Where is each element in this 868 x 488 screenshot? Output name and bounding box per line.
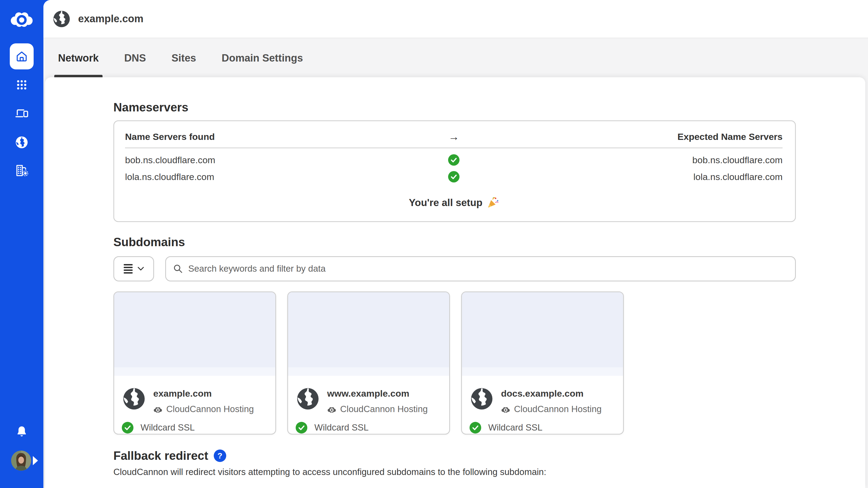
site-preview xyxy=(288,292,449,376)
sidebar-item-home[interactable] xyxy=(10,43,34,69)
globe-icon xyxy=(15,136,28,149)
table-row: lola.ns.cloudflare.com lola.ns.cloudflar… xyxy=(125,171,782,183)
arrow-right-icon: → xyxy=(444,131,463,142)
subdomain-card[interactable]: example.com CloudCannon Hosting xyxy=(113,291,276,434)
check-circle-icon xyxy=(296,422,307,433)
page-title: example.com xyxy=(78,13,144,25)
check-circle-icon xyxy=(448,171,460,183)
bell-icon xyxy=(16,425,28,438)
tab-network[interactable]: Network xyxy=(58,39,99,77)
nameservers-card: Name Servers found → Expected Name Serve… xyxy=(113,120,796,222)
fallback-redirect-header: Fallback redirect ? xyxy=(113,450,796,462)
fallback-redirect-description: CloudCannon will redirect visitors attem… xyxy=(113,466,796,478)
ssl-status: Wildcard SSL xyxy=(122,422,195,433)
globe-icon xyxy=(122,387,146,411)
hosting-label: CloudCannon Hosting xyxy=(153,404,254,414)
site-info: www.example.com CloudCannon Hosting xyxy=(288,376,449,434)
check-circle-icon xyxy=(448,154,460,166)
status-message: You're all setup xyxy=(125,197,782,209)
hosting-label: CloudCannon Hosting xyxy=(327,404,428,414)
cloudcannon-logo[interactable] xyxy=(9,10,34,29)
view-filter-button[interactable] xyxy=(113,256,154,282)
site-preview xyxy=(462,292,623,376)
search-icon xyxy=(173,264,183,273)
cloudcannon-mark-icon xyxy=(327,405,336,413)
site-info: example.com CloudCannon Hosting xyxy=(114,376,275,434)
subdomain-card[interactable]: docs.example.com CloudCannon Hosting xyxy=(461,291,624,434)
subdomains-heading: Subdomains xyxy=(113,236,796,248)
list-lines-icon xyxy=(124,264,133,273)
sidebar xyxy=(0,0,43,488)
search-bar xyxy=(165,256,796,282)
subdomain-name: docs.example.com xyxy=(501,388,584,399)
subdomain-cards: example.com CloudCannon Hosting xyxy=(113,291,796,434)
sidebar-item-apps[interactable] xyxy=(0,78,43,92)
nameservers-heading: Nameservers xyxy=(113,101,796,113)
sidebar-item-sites[interactable] xyxy=(0,106,43,120)
content-panel: Nameservers Name Servers found → Expecte… xyxy=(45,77,865,488)
apps-grid-icon xyxy=(16,79,28,91)
table-row: bob.ns.cloudflare.com bob.ns.cloudflare.… xyxy=(125,154,782,166)
tab-sites[interactable]: Sites xyxy=(172,39,196,77)
cloudcannon-mark-icon xyxy=(153,405,162,413)
found-nameserver: lola.ns.cloudflare.com xyxy=(125,171,444,183)
subdomain-name: www.example.com xyxy=(327,388,409,399)
sidebar-expand-arrow-icon[interactable] xyxy=(33,456,38,465)
subdomains-toolbar xyxy=(113,256,796,282)
cloudcannon-mark-icon xyxy=(501,405,510,413)
globe-icon xyxy=(296,387,319,411)
globe-icon xyxy=(470,387,493,411)
tab-dns[interactable]: DNS xyxy=(124,39,146,77)
sidebar-item-domains[interactable] xyxy=(0,135,43,150)
found-nameserver: bob.ns.cloudflare.com xyxy=(125,154,444,166)
app-window: example.com Network DNS Sites Domain Set… xyxy=(0,0,868,488)
check-circle-icon xyxy=(122,422,133,433)
nameservers-table-header: Name Servers found → Expected Name Serve… xyxy=(125,131,782,148)
domain-header: example.com xyxy=(43,0,868,38)
user-avatar[interactable] xyxy=(11,451,31,470)
tab-domain-settings[interactable]: Domain Settings xyxy=(222,39,303,77)
building-settings-icon xyxy=(15,164,29,177)
subdomain-name: example.com xyxy=(153,388,212,399)
expected-nameserver: bob.ns.cloudflare.com xyxy=(463,154,782,166)
site-info: docs.example.com CloudCannon Hosting xyxy=(462,376,623,434)
party-popper-icon xyxy=(487,197,499,209)
sidebar-item-organization[interactable] xyxy=(0,163,43,178)
chevron-down-icon xyxy=(137,266,144,271)
column-name-servers-found: Name Servers found xyxy=(125,132,444,141)
check-circle-icon xyxy=(469,422,481,433)
site-preview xyxy=(114,292,275,376)
expected-nameserver: lola.ns.cloudflare.com xyxy=(463,171,782,183)
subdomain-card[interactable]: www.example.com CloudCannon Hosting xyxy=(287,291,450,434)
user-photo xyxy=(11,451,31,470)
ssl-status: Wildcard SSL xyxy=(469,422,542,433)
tab-bar: Network DNS Sites Domain Settings xyxy=(43,39,868,77)
ssl-status: Wildcard SSL xyxy=(296,422,369,433)
hosting-label: CloudCannon Hosting xyxy=(501,404,601,414)
search-input[interactable] xyxy=(188,257,788,281)
main-area: example.com Network DNS Sites Domain Set… xyxy=(43,0,868,488)
column-expected-name-servers: Expected Name Servers xyxy=(463,132,782,141)
fallback-redirect-heading: Fallback redirect xyxy=(113,450,208,462)
devices-icon xyxy=(14,107,29,119)
globe-icon xyxy=(53,10,70,28)
home-icon xyxy=(16,51,28,62)
help-icon[interactable]: ? xyxy=(214,450,226,462)
notifications-button[interactable] xyxy=(0,425,43,438)
